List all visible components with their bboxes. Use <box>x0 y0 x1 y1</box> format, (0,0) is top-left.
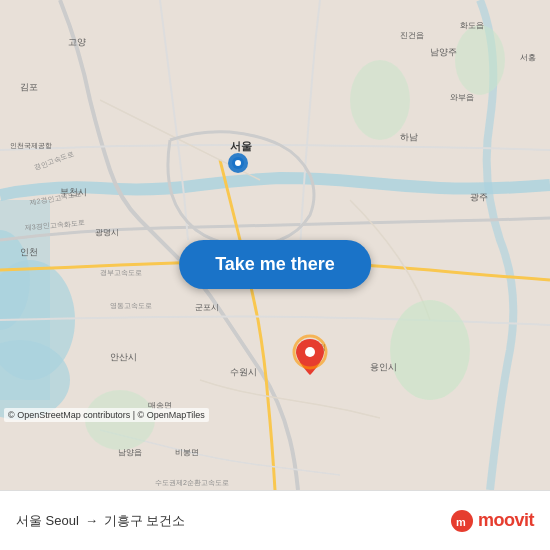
svg-point-40 <box>305 347 315 357</box>
svg-text:인천국제공항: 인천국제공항 <box>10 142 52 150</box>
svg-text:비봉면: 비봉면 <box>175 448 199 457</box>
destination-label: 기흥구 보건소 <box>104 512 186 530</box>
take-me-there-button[interactable]: Take me there <box>179 240 371 289</box>
svg-text:인천: 인천 <box>20 247 38 257</box>
svg-text:용인시: 용인시 <box>370 362 397 372</box>
svg-text:안산시: 안산시 <box>110 352 137 362</box>
map-attribution: © OpenStreetMap contributors | © OpenMap… <box>4 408 209 422</box>
moovit-brand-text: moovit <box>478 510 534 531</box>
svg-text:남양주: 남양주 <box>430 47 457 57</box>
svg-text:김포: 김포 <box>20 82 38 92</box>
svg-text:광명시: 광명시 <box>95 228 119 237</box>
svg-point-5 <box>390 300 470 400</box>
bottom-bar: 서울 Seoul → 기흥구 보건소 m moovit <box>0 490 550 550</box>
svg-point-8 <box>455 25 505 95</box>
svg-text:서홍: 서홍 <box>520 53 536 62</box>
moovit-logo: m moovit <box>450 509 534 533</box>
moovit-icon: m <box>450 509 474 533</box>
svg-text:와부읍: 와부읍 <box>450 93 474 102</box>
svg-text:군포시: 군포시 <box>195 303 219 312</box>
svg-text:m: m <box>456 516 466 528</box>
svg-text:수원시: 수원시 <box>230 367 257 377</box>
route-arrow-icon: → <box>85 513 98 528</box>
svg-text:남양읍: 남양읍 <box>118 448 142 457</box>
svg-text:광주: 광주 <box>470 192 488 202</box>
svg-point-7 <box>350 60 410 140</box>
route-info: 서울 Seoul → 기흥구 보건소 <box>16 512 186 530</box>
svg-text:경부고속도로: 경부고속도로 <box>100 269 142 277</box>
svg-text:서울: 서울 <box>230 140 252 152</box>
svg-text:화도읍: 화도읍 <box>460 21 484 30</box>
svg-text:하남: 하남 <box>400 132 418 142</box>
origin-label: 서울 Seoul <box>16 512 79 530</box>
svg-text:수도권제2순환고속도로: 수도권제2순환고속도로 <box>155 479 229 487</box>
svg-text:고양: 고양 <box>68 37 86 47</box>
svg-point-39 <box>235 160 241 166</box>
svg-text:영동고속도로: 영동고속도로 <box>110 302 152 310</box>
map-container: 고양 진건읍 화도읍 남양주 서홍 와부읍 하남 광주 김포 인천국제공항 부천… <box>0 0 550 490</box>
svg-text:진건읍: 진건읍 <box>400 31 424 40</box>
